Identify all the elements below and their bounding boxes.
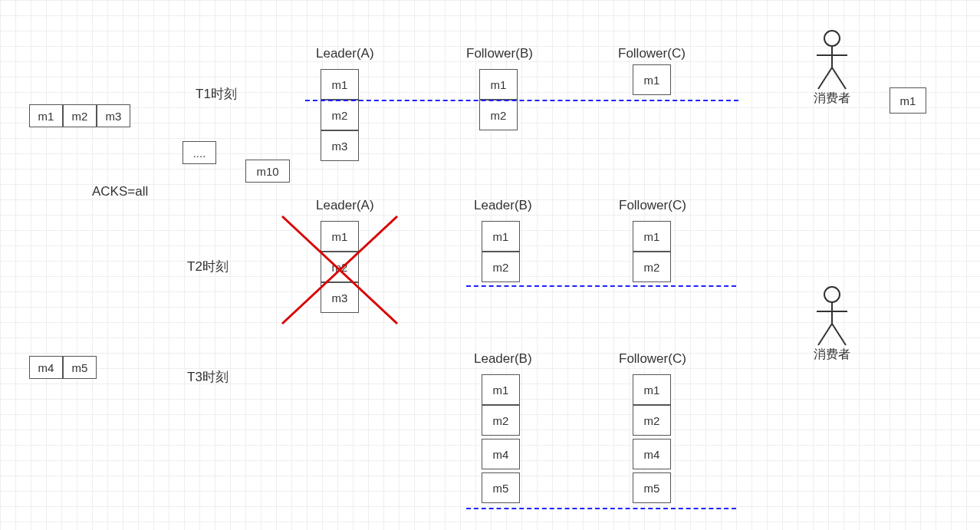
producer-cell: m5 (63, 356, 97, 379)
t2-follower-c-title: Follower(C) (619, 198, 686, 213)
svg-line-4 (832, 67, 846, 89)
buffer-dots: .... (183, 141, 216, 164)
consumer-label: 消费者 (801, 91, 863, 107)
buffer-m10: m10 (245, 160, 290, 183)
svg-point-0 (824, 31, 840, 46)
t3-follower-c-cell: m2 (633, 405, 671, 436)
t1-leader-a-cell: m3 (321, 130, 359, 161)
t3-watermark-line (466, 508, 736, 509)
producer-cell: m2 (63, 104, 97, 127)
t3-leader-b-cell: m4 (482, 439, 520, 469)
t3-label: T3时刻 (187, 368, 229, 386)
t2-watermark-line (466, 285, 736, 287)
t2-leader-b-cell: m1 (482, 221, 520, 252)
t1-follower-c-cell: m1 (633, 64, 671, 95)
t3-follower-c-title: Follower(C) (619, 351, 686, 367)
t2-label: T2时刻 (187, 258, 229, 275)
producer-cell: m1 (29, 104, 63, 127)
t2-follower-c-cell: m2 (633, 252, 671, 282)
t1-leader-a-cell: m1 (321, 69, 359, 100)
t3-follower-c-cell: m4 (633, 439, 671, 469)
person-icon (809, 285, 855, 347)
t1-leader-a-cell: m2 (321, 100, 359, 130)
t1-follower-b-title: Follower(B) (466, 46, 533, 61)
t2-follower-c-cell: m1 (633, 221, 671, 252)
t1-watermark-line (305, 100, 738, 101)
t3-leader-b-title: Leader(B) (474, 351, 532, 367)
t1-label: T1时刻 (196, 85, 237, 103)
producer-cell: m3 (97, 104, 130, 127)
consumer-recv-cell: m1 (890, 87, 926, 114)
consumer-figure: 消费者 (801, 285, 863, 363)
t3-leader-b-cell: m5 (482, 472, 520, 503)
cross-out-icon (275, 209, 405, 331)
t2-leader-b-cell: m2 (482, 252, 520, 282)
consumer-label: 消费者 (801, 347, 863, 363)
acks-label: ACKS=all (92, 184, 148, 199)
svg-line-11 (832, 324, 846, 345)
t3-leader-b-cell: m2 (482, 405, 520, 436)
t2-leader-b-title: Leader(B) (474, 198, 532, 213)
t1-follower-b-cell: m1 (479, 69, 518, 100)
t3-follower-c-cell: m5 (633, 472, 671, 503)
consumer-figure: 消费者 (801, 29, 863, 107)
svg-line-3 (818, 67, 832, 89)
t3-leader-b-cell: m1 (482, 374, 520, 405)
t3-follower-c-cell: m1 (633, 374, 671, 405)
person-icon (809, 29, 855, 91)
t1-follower-c-title: Follower(C) (618, 46, 686, 61)
t1-leader-a-title: Leader(A) (316, 46, 374, 61)
svg-line-10 (818, 324, 832, 345)
svg-point-7 (824, 287, 840, 302)
t1-follower-b-cell: m2 (479, 100, 518, 130)
producer-cell: m4 (29, 356, 63, 379)
